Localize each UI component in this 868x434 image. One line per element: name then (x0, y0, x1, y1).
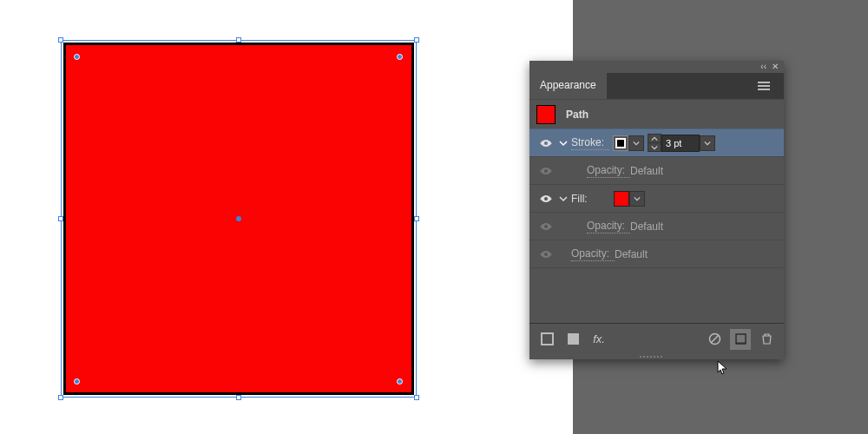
eye-icon (539, 138, 553, 148)
visibility-toggle-object-opacity[interactable] (536, 249, 556, 260)
visibility-toggle-fill-opacity[interactable] (536, 221, 556, 232)
anchor-point-top-left[interactable] (74, 54, 80, 60)
eye-icon (539, 194, 553, 204)
resize-handle-middle-left[interactable] (58, 216, 63, 221)
stroke-square-icon (541, 332, 554, 345)
chevron-down-icon (634, 195, 641, 202)
panel-tabbar: Appearance (529, 73, 784, 99)
stroke-row[interactable]: Stroke: 3 pt (529, 128, 784, 156)
stroke-label[interactable]: Stroke: (571, 136, 609, 150)
fill-color-dropdown[interactable] (629, 191, 645, 207)
visibility-toggle-stroke-opacity[interactable] (536, 166, 556, 176)
appearance-panel: ‹‹ ✕ Appearance Path Stroke: (529, 61, 784, 359)
anchor-point-bottom-left[interactable] (74, 378, 80, 385)
expand-toggle-stroke[interactable] (556, 139, 571, 148)
chevron-down-icon (559, 139, 568, 148)
duplicate-item-button[interactable] (730, 329, 751, 350)
eye-icon (539, 249, 553, 260)
delete-item-button[interactable] (756, 329, 777, 350)
clear-appearance-button[interactable] (704, 329, 725, 350)
svg-rect-0 (542, 333, 553, 345)
panel-resize-grip[interactable] (529, 354, 784, 359)
appearance-list: Path Stroke: 3 pt (529, 99, 784, 323)
svg-rect-1 (568, 333, 579, 345)
fill-row[interactable]: Fill: (529, 184, 784, 212)
object-header-row: Path (529, 99, 784, 128)
artboard[interactable] (0, 0, 573, 434)
chevron-down-icon (651, 144, 658, 151)
step-down-button[interactable] (648, 143, 661, 151)
chevron-down-icon (633, 140, 640, 147)
panel-menu-button[interactable] (751, 73, 777, 99)
eye-icon (539, 166, 553, 176)
chevron-down-icon (704, 140, 711, 147)
stroke-weight-dropdown[interactable] (700, 135, 715, 151)
chevron-down-icon (559, 194, 568, 203)
empty-list-area (529, 267, 784, 323)
fill-square-icon (567, 332, 580, 345)
new-item-icon (734, 332, 747, 345)
tab-appearance[interactable]: Appearance (529, 73, 607, 99)
new-stroke-button[interactable] (536, 329, 557, 350)
stroke-weight-stepper[interactable] (648, 134, 661, 152)
resize-handle-top-right[interactable] (414, 37, 419, 43)
expand-toggle-fill[interactable] (556, 194, 571, 203)
resize-handle-top-left[interactable] (58, 37, 63, 43)
object-type-label: Path (566, 108, 589, 121)
resize-handle-bottom-right[interactable] (414, 395, 419, 400)
svg-line-3 (711, 335, 719, 343)
visibility-toggle-fill[interactable] (536, 194, 556, 204)
object-thumbnail (536, 105, 556, 124)
object-opacity-value: Default (615, 248, 648, 260)
eye-icon (539, 221, 553, 232)
anchor-point-top-right[interactable] (397, 54, 403, 60)
center-point-indicator (236, 216, 241, 221)
stroke-weight-input[interactable]: 3 pt (661, 135, 700, 152)
trash-icon (760, 332, 773, 345)
object-opacity-label[interactable]: Opacity: (571, 247, 615, 261)
resize-handle-bottom-left[interactable] (58, 395, 63, 400)
fill-opacity-label[interactable]: Opacity: (587, 220, 630, 233)
collapse-panel-icon[interactable]: ‹‹ (760, 62, 766, 71)
stroke-opacity-label[interactable]: Opacity: (587, 164, 630, 178)
add-effect-button[interactable]: fx. (589, 329, 609, 350)
stroke-opacity-value: Default (630, 165, 663, 177)
visibility-toggle-stroke[interactable] (536, 138, 556, 148)
step-up-button[interactable] (648, 135, 661, 142)
stroke-color-swatch[interactable] (613, 135, 628, 151)
close-panel-icon[interactable]: ✕ (772, 62, 779, 71)
anchor-point-bottom-right[interactable] (397, 378, 403, 385)
stroke-opacity-row[interactable]: Opacity: Default (529, 156, 784, 184)
fill-color-swatch[interactable] (614, 191, 629, 207)
fill-label: Fill: (571, 193, 593, 205)
object-opacity-row[interactable]: Opacity: Default (529, 240, 784, 267)
stroke-color-dropdown[interactable] (628, 135, 644, 151)
chevron-up-icon (651, 135, 658, 142)
fill-opacity-row[interactable]: Opacity: Default (529, 212, 784, 240)
svg-rect-5 (736, 342, 746, 344)
menu-icon (758, 82, 770, 90)
resize-handle-top-middle[interactable] (236, 37, 241, 43)
resize-handle-bottom-middle[interactable] (236, 395, 241, 400)
new-fill-button[interactable] (562, 329, 583, 350)
no-symbol-icon (708, 332, 721, 345)
panel-footer: fx. (529, 323, 784, 354)
resize-handle-middle-right[interactable] (414, 216, 419, 221)
fill-opacity-value: Default (630, 220, 663, 233)
panel-topbar: ‹‹ ✕ (529, 61, 784, 73)
